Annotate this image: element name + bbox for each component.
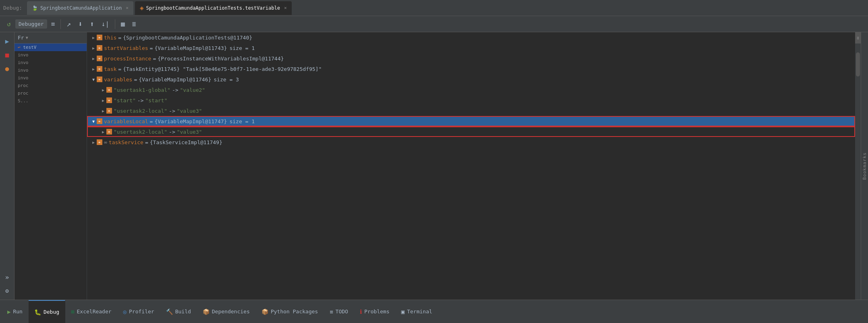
expand-variables[interactable]: ▼ <box>90 76 97 83</box>
var-icon-variables: ≡ <box>97 77 102 82</box>
tab-label-2: SpringbootCamundaApplicationTests.testVa… <box>146 5 280 11</box>
bottom-tab-terminal[interactable]: ▣ Terminal <box>396 300 438 323</box>
toolbar-sep-1 <box>60 19 61 29</box>
var-row-usertask2local-varslocal[interactable]: ▶ ≡ "usertask2-local" -> "value3" <box>87 126 855 137</box>
var-name-usertask1global: "usertask1-global" <box>114 87 170 93</box>
bottom-tab-python[interactable]: 📦 Python Packages <box>256 300 324 323</box>
var-meta-varslocal: size = 1 <box>229 118 255 124</box>
var-value-varslocal: {VariableMapImpl@11747} <box>154 118 227 124</box>
terminal-icon: ▣ <box>401 309 405 315</box>
var-icon-task: ≡ <box>97 66 102 72</box>
var-name-usertask2local-varslocal: "usertask2-local" <box>114 129 167 135</box>
var-row-start[interactable]: ▶ ≡ "start" -> "start" <box>87 95 855 106</box>
scroll-indicator[interactable] <box>856 52 860 77</box>
var-row-processinst[interactable]: ▶ ≡ processInstance = {ProcessInstanceWi… <box>87 53 855 64</box>
frame-dropdown-icon[interactable]: ▼ <box>26 35 28 40</box>
var-row-taskservice[interactable]: ▶ ≡ ∞ taskService = {TaskServiceImpl@117… <box>87 137 855 147</box>
stop-icon[interactable]: ■ <box>2 49 13 60</box>
var-icon-start: ≡ <box>106 97 112 103</box>
bottom-tab-debug[interactable]: 🐛 Debug <box>29 300 65 323</box>
bottom-tab-profiler[interactable]: ◎ Profiler <box>118 300 160 323</box>
var-value-processinst: {ProcessInstanceWithVariablesImpl@11744} <box>158 56 284 62</box>
expand-task[interactable]: ▶ <box>90 66 97 72</box>
debug-prefix: Debug: <box>3 5 22 11</box>
expand-usertask1global[interactable]: ▶ <box>100 87 106 93</box>
tab-close-1[interactable]: ✕ <box>126 5 129 10</box>
pause-icon[interactable]: ⏸ <box>855 32 861 43</box>
var-eq-varslocal: = <box>150 118 153 124</box>
expand-varslocal[interactable]: ▼ <box>90 118 97 124</box>
expand-this[interactable]: ▶ <box>90 34 97 41</box>
frame-item-invo2[interactable]: invo <box>15 59 87 66</box>
tab-springboot-tests[interactable]: ◈ SpringbootCamundaApplicationTests.test… <box>135 1 292 15</box>
step-into-button[interactable]: ⬇ <box>75 18 86 30</box>
var-row-usertask1global[interactable]: ▶ ≡ "usertask1-global" -> "value2" <box>87 85 855 95</box>
frames-button[interactable]: ≡ <box>48 19 58 29</box>
frame-item-invo3[interactable]: invo <box>15 66 87 74</box>
var-row-this[interactable]: ▶ ≡ this = {SpringbootCamundaApplication… <box>87 32 855 43</box>
frame-item-label: ↩ <box>18 45 21 50</box>
frame-item-testv[interactable]: ↩ testV <box>15 43 87 51</box>
var-icon-usertask1global: ≡ <box>106 87 112 93</box>
tab-springboot-app[interactable]: 🍃 SpringbootCamundaApplication ✕ <box>27 1 133 15</box>
settings-icon[interactable]: ⚙ <box>2 285 13 296</box>
expand-taskservice[interactable]: ▶ <box>90 139 97 145</box>
var-eq-start: -> <box>137 97 144 104</box>
frame-panel: Fr ▼ ↩ testV invo invo invo invo proc pr… <box>15 32 87 300</box>
run-icon: ▶ <box>7 309 10 315</box>
bottom-tab-todo[interactable]: ≡ TODO <box>324 300 354 323</box>
bottom-tab-run[interactable]: ▶ Run <box>2 300 29 323</box>
frame-item-proc1[interactable]: proc <box>15 82 87 89</box>
var-eq-startvars: = <box>150 45 153 51</box>
frame-item-s[interactable]: S... <box>15 97 87 105</box>
var-row-varslocal[interactable]: ▼ ≡ variablesLocal = {VariableMapImpl@11… <box>87 116 855 126</box>
var-meta-variables: size = 3 <box>214 77 239 83</box>
tab-close-2[interactable]: ✕ <box>284 5 287 10</box>
bottom-tab-excel[interactable]: ⊞ ExcelReader <box>65 300 118 323</box>
var-icon-processinst: ≡ <box>97 56 102 61</box>
bottom-tab-problems[interactable]: ℹ Problems <box>354 300 396 323</box>
var-row-usertask2local-child[interactable]: ▶ ≡ "usertask2-local" -> "value3" <box>87 106 855 116</box>
bottom-tab-build[interactable]: 🔨 Build <box>160 300 197 323</box>
watches-button[interactable]: ≣ <box>129 19 139 29</box>
var-icon-varslocal: ≡ <box>97 118 102 124</box>
var-name-processinst: processInstance <box>104 56 151 62</box>
record-icon[interactable]: ● <box>2 63 13 74</box>
run-to-cursor-button[interactable]: ↓| <box>98 19 112 29</box>
toolbar-sep-2 <box>115 19 115 29</box>
expand-usertask2local-varslocal[interactable]: ▶ <box>100 128 106 135</box>
debug-icon: 🐛 <box>34 309 41 315</box>
reload-icon[interactable]: ↺ <box>3 19 15 30</box>
step-over-button[interactable]: ↗ <box>63 18 74 30</box>
expand-usertask2local-child[interactable]: ▶ <box>100 108 106 114</box>
bookmarks-sidebar[interactable]: Bookmarks <box>861 32 868 300</box>
frame-item-invo1[interactable]: invo <box>15 51 87 59</box>
todo-icon: ≡ <box>330 309 333 315</box>
taskservice-prefix: ∞ <box>104 139 107 145</box>
var-row-task[interactable]: ▶ ≡ task = {TaskEntity@11745} "Task[58e4… <box>87 64 855 74</box>
expand-startvars[interactable]: ▶ <box>90 45 97 51</box>
var-row-variables[interactable]: ▼ ≡ variables = {VariableMapImpl@11746} … <box>87 74 855 85</box>
frame-item-invo4[interactable]: invo <box>15 74 87 82</box>
var-name-taskservice: taskService <box>109 139 143 145</box>
expand-processinst[interactable]: ▶ <box>90 55 97 62</box>
variables-view-button[interactable]: ▦ <box>118 19 128 29</box>
var-value-usertask2local-varslocal: "value3" <box>177 129 202 135</box>
expand-start[interactable]: ▶ <box>100 97 106 104</box>
var-icon-usertask2local-child: ≡ <box>106 108 112 114</box>
frame-list: ↩ testV invo invo invo invo proc proc S.… <box>15 43 87 300</box>
resume-icon[interactable]: ▶ <box>2 35 13 47</box>
var-eq-usertask2local-varslocal: -> <box>169 129 175 135</box>
expand-more-icon[interactable]: » <box>2 271 13 283</box>
watches-icon: ≣ <box>132 20 136 28</box>
bottom-tab-deps[interactable]: 📦 Dependencies <box>197 300 256 323</box>
var-value-startvars: {VariableMapImpl@11743} <box>154 45 227 51</box>
tab-bar: Debug: 🍃 SpringbootCamundaApplication ✕ … <box>0 0 868 16</box>
frame-item-proc2[interactable]: proc <box>15 89 87 97</box>
var-value-start: "start" <box>145 97 167 104</box>
step-out-button[interactable]: ⬆ <box>87 18 98 30</box>
var-value-variables: {VariableMapImpl@11746} <box>139 77 211 83</box>
excel-label: ExcelReader <box>77 309 112 315</box>
debugger-button[interactable]: Debugger <box>15 19 47 29</box>
var-row-startvars[interactable]: ▶ ≡ startVariables = {VariableMapImpl@11… <box>87 43 855 53</box>
